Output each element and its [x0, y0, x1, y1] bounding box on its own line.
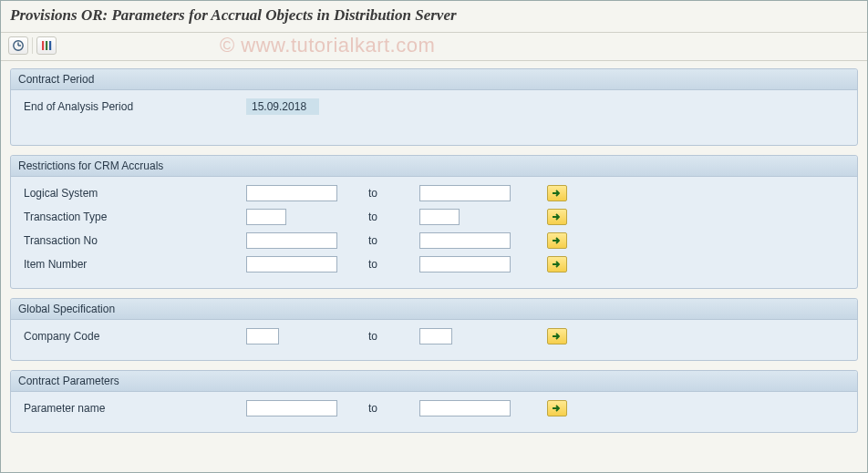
input-item-number-from[interactable] — [246, 256, 337, 272]
group-header-contract-period: Contract Period — [11, 69, 857, 90]
variant-bars-icon — [40, 39, 53, 52]
svg-rect-3 — [42, 41, 44, 50]
input-transaction-no-from[interactable] — [246, 232, 337, 249]
to-label: to — [365, 258, 419, 271]
arrow-right-icon — [552, 189, 563, 198]
group-header-contract-params: Contract Parameters — [11, 371, 857, 392]
to-label: to — [365, 402, 419, 415]
multi-select-transaction-type[interactable] — [547, 209, 567, 225]
group-contract-period: Contract Period End of Analysis Period 1… — [10, 68, 858, 146]
svg-rect-4 — [46, 41, 47, 50]
row-transaction-type: Transaction Type to — [18, 206, 850, 228]
to-label: to — [365, 187, 419, 200]
multi-select-parameter-name[interactable] — [547, 400, 567, 416]
toolbar — [1, 33, 867, 61]
row-parameter-name: Parameter name to — [18, 397, 850, 419]
row-company-code: Company Code to — [18, 325, 850, 347]
input-company-code-to[interactable] — [419, 328, 452, 344]
row-logical-system: Logical System to — [18, 182, 850, 204]
arrow-right-icon — [552, 236, 563, 245]
clock-icon — [12, 39, 25, 52]
label-company-code: Company Code — [18, 330, 246, 343]
group-contract-params: Contract Parameters Parameter name to — [10, 370, 858, 433]
label-end-of-analysis: End of Analysis Period — [18, 100, 246, 113]
row-end-of-analysis: End of Analysis Period 15.09.2018 — [18, 96, 850, 118]
input-transaction-type-from[interactable] — [246, 209, 286, 225]
multi-select-item-number[interactable] — [547, 256, 567, 272]
label-parameter-name: Parameter name — [18, 402, 246, 415]
label-item-number: Item Number — [18, 258, 246, 271]
row-item-number: Item Number to — [18, 253, 850, 275]
input-logical-system-to[interactable] — [419, 185, 511, 201]
arrow-right-icon — [552, 332, 563, 341]
arrow-right-icon — [552, 212, 563, 221]
input-parameter-name-from[interactable] — [246, 400, 337, 416]
multi-select-transaction-no[interactable] — [547, 232, 567, 249]
label-transaction-no: Transaction No — [18, 234, 246, 247]
multi-select-company-code[interactable] — [547, 328, 567, 344]
group-crm-accruals: Restrictions for CRM Accruals Logical Sy… — [10, 155, 858, 289]
arrow-right-icon — [552, 260, 563, 269]
toolbar-separator — [32, 37, 33, 54]
multi-select-logical-system[interactable] — [547, 185, 567, 201]
input-parameter-name-to[interactable] — [419, 400, 511, 416]
input-company-code-from[interactable] — [246, 328, 279, 344]
input-transaction-no-to[interactable] — [419, 232, 511, 249]
svg-rect-5 — [49, 41, 51, 50]
group-header-crm: Restrictions for CRM Accruals — [11, 156, 857, 177]
page-title: Provisions OR: Parameters for Accrual Ob… — [1, 1, 867, 33]
to-label: to — [365, 234, 419, 247]
to-label: to — [365, 330, 419, 343]
label-transaction-type: Transaction Type — [18, 211, 246, 223]
to-label: to — [365, 211, 419, 223]
group-global-spec: Global Specification Company Code to — [10, 298, 858, 361]
row-transaction-no: Transaction No to — [18, 230, 850, 252]
input-logical-system-from[interactable] — [246, 185, 337, 201]
input-transaction-type-to[interactable] — [419, 209, 460, 225]
content-area: Contract Period End of Analysis Period 1… — [1, 61, 867, 440]
input-item-number-to[interactable] — [419, 256, 511, 272]
get-variant-button[interactable] — [36, 36, 57, 55]
execute-button[interactable] — [8, 36, 28, 55]
arrow-right-icon — [552, 404, 563, 413]
group-header-global: Global Specification — [11, 299, 857, 320]
value-end-of-analysis: 15.09.2018 — [246, 98, 319, 115]
label-logical-system: Logical System — [18, 187, 246, 200]
